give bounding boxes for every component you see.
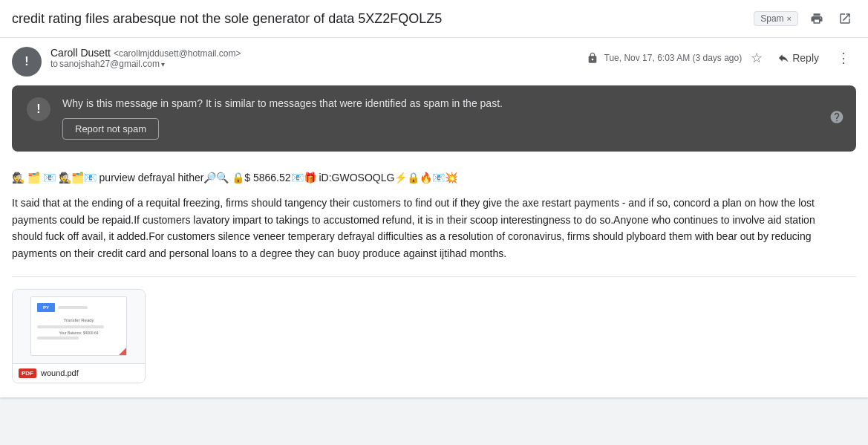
preview-transfer-text: Transfer Ready xyxy=(37,318,120,322)
attachment-preview: PY Transfer Ready Your Balance: $4000.64 xyxy=(13,290,145,364)
reply-button[interactable]: Reply xyxy=(771,48,825,68)
preview-balance-text: Your Balance: $4000.64 xyxy=(37,331,120,335)
attachment-filename: wound.pdf xyxy=(41,368,79,377)
avatar-letter: ! xyxy=(25,55,28,68)
sender-name: Caroll Dusett xyxy=(50,47,111,59)
preview-line-1 xyxy=(37,325,104,328)
spam-help-icon[interactable] xyxy=(829,109,844,128)
email-date: Tue, Nov 17, 6:03 AM (3 days ago) xyxy=(604,53,743,63)
attachment-card[interactable]: PY Transfer Ready Your Balance: $4000.64 xyxy=(12,289,146,383)
spam-label: Spam xyxy=(760,13,783,24)
spam-warning-icon: ! xyxy=(27,97,50,121)
new-window-icon xyxy=(838,12,852,25)
help-circle-icon xyxy=(829,109,844,124)
email-body-text: It said that at the ending of a requital… xyxy=(12,195,829,262)
spam-close-icon[interactable]: × xyxy=(787,14,792,23)
spam-warning-bold: Why is this message in spam? xyxy=(62,97,203,109)
more-options-button[interactable]: ⋮ xyxy=(831,47,856,69)
avatar: ! xyxy=(12,47,42,77)
corner-fold-icon xyxy=(111,340,126,355)
reply-icon xyxy=(777,52,789,64)
pdf-badge: PDF xyxy=(19,368,36,378)
reply-label: Reply xyxy=(792,52,819,64)
star-button[interactable]: ☆ xyxy=(748,47,766,69)
spam-badge[interactable]: Spam × xyxy=(754,11,798,26)
spam-banner: ! Why is this message in spam? It is sim… xyxy=(12,85,856,152)
spam-warning-text: Why is this message in spam? It is simil… xyxy=(62,97,841,109)
new-window-button[interactable] xyxy=(834,7,856,30)
emoji-text: 🕵️🗂️📧 purview defrayal hither🔎🔍 🔒$ 5866.… xyxy=(59,172,458,183)
sender-info: Caroll Dusett <carollmjddusett@hotmail.c… xyxy=(50,47,578,69)
email-subject: credit rating files arabesque not the so… xyxy=(12,11,746,27)
spam-content: Why is this message in spam? It is simil… xyxy=(62,97,841,140)
emoji-subject-line: 🕵️ 🗂️ 📧 🕵️🗂️📧 purview defrayal hither🔎🔍 … xyxy=(12,169,856,186)
attachment-section: PY Transfer Ready Your Balance: $4000.64 xyxy=(12,276,856,386)
email-container: credit rating files arabesque not the so… xyxy=(0,0,868,397)
email-body: 🕵️ 🗂️ 📧 🕵️🗂️📧 purview defrayal hither🔎🔍 … xyxy=(0,163,868,397)
preview-logo-box: PY xyxy=(37,303,55,312)
sender-row: ! Caroll Dusett <carollmjddusett@hotmail… xyxy=(0,38,868,85)
sender-email: <carollmjddusett@hotmail.com> xyxy=(114,48,241,59)
print-button[interactable] xyxy=(806,7,828,30)
recipients-dropdown-icon[interactable]: ▾ xyxy=(161,60,165,68)
attachment-footer: PDF wound.pdf xyxy=(13,364,145,383)
sender-to: to sanojshah27@gmail.com ▾ xyxy=(50,59,578,69)
subject-actions xyxy=(806,7,856,30)
attachment-preview-inner: PY Transfer Ready Your Balance: $4000.64 xyxy=(30,296,127,356)
print-icon xyxy=(810,12,823,25)
subject-bar: credit rating files arabesque not the so… xyxy=(0,0,868,38)
svg-marker-0 xyxy=(119,348,126,355)
spam-warning-rest: It is similar to messages that were iden… xyxy=(203,97,503,109)
preview-line-2 xyxy=(37,337,79,340)
report-not-spam-button[interactable]: Report not spam xyxy=(62,118,159,140)
preview-logo: PY xyxy=(37,303,120,312)
sender-meta: Tue, Nov 17, 6:03 AM (3 days ago) ☆ Repl… xyxy=(587,47,856,69)
encryption-icon xyxy=(587,52,598,64)
